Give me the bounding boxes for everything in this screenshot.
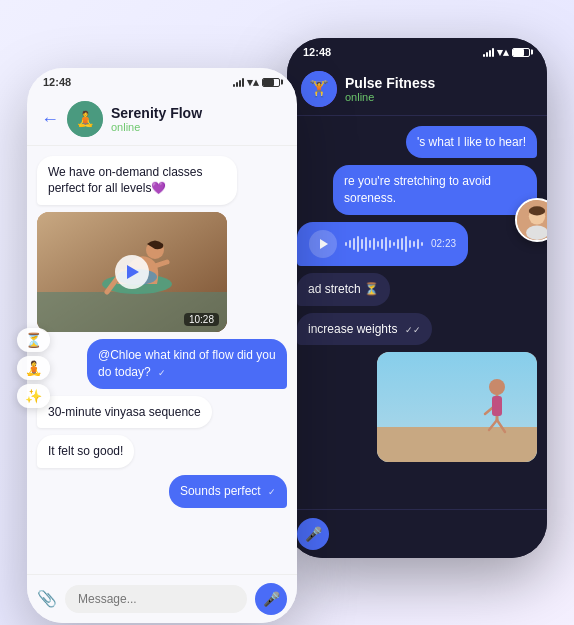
emoji-hourglass: ⏳ [17, 328, 50, 352]
attach-icon[interactable]: 📎 [37, 589, 57, 608]
svg-rect-17 [37, 292, 227, 332]
message-input[interactable] [65, 585, 247, 613]
chat-input-bar-back: 🎤 [287, 509, 547, 558]
tick-back-5: ✓✓ [405, 325, 421, 335]
emoji-sparkles: ✨ [17, 384, 50, 408]
msg-front-6: Sounds perfect ✓ [169, 475, 287, 508]
svg-rect-3 [377, 427, 537, 462]
header-info-front: Serenity Flow online [111, 105, 283, 133]
tick-front-6: ✓ [268, 487, 276, 497]
msg-front-5: It felt so good! [37, 435, 134, 468]
avatar-front: 🧘 [67, 101, 103, 137]
signal-icon-front [233, 77, 244, 87]
status-bar-back: 12:48 ▾▴ [287, 38, 547, 63]
chat-body-front: We have on-demand classes perfect for al… [27, 146, 297, 574]
avatar-back: 🏋 [301, 71, 337, 107]
audio-play-btn[interactable] [309, 230, 337, 258]
mic-btn-front[interactable]: 🎤 [255, 583, 287, 615]
msg-back-2: re you're stretching to avoid soreness. [333, 165, 537, 215]
status-icons-front: ▾▴ [233, 76, 281, 89]
battery-icon-front [262, 78, 281, 87]
svg-point-12 [529, 206, 545, 215]
msg-back-4: ad stretch ⏳ [297, 273, 390, 306]
floating-emojis: ⏳ 🧘 ✨ [17, 328, 50, 408]
msg-front-3: @Chloe what kind of flow did you do toda… [87, 339, 287, 389]
msg-front-1: We have on-demand classes perfect for al… [37, 156, 237, 206]
chat-header-back: 🏋 Pulse Fitness online [287, 63, 547, 116]
wifi-icon-front: ▾▴ [247, 76, 259, 89]
time-back: 12:48 [303, 46, 331, 58]
header-info-back: Pulse Fitness online [345, 75, 533, 103]
battery-icon-back [512, 48, 531, 57]
chat-header-front: ← 🧘 Serenity Flow online [27, 93, 297, 146]
video-thumb-front[interactable]: 10:28 [37, 212, 227, 332]
mic-btn-back[interactable]: 🎤 [297, 518, 329, 550]
time-front: 12:48 [43, 76, 71, 88]
back-button[interactable]: ← [41, 110, 59, 128]
play-button[interactable] [115, 255, 149, 289]
emoji-yoga: 🧘 [17, 356, 50, 380]
msg-front-4: 30-minute vinyasa sequence [37, 396, 212, 429]
phone-front: 12:48 ▾▴ ← 🧘 [27, 68, 297, 623]
svg-point-13 [526, 225, 547, 240]
msg-back-1: 's what I like to hear! [406, 126, 537, 159]
svg-text:🧘: 🧘 [76, 110, 95, 128]
chat-input-bar-front: 📎 🎤 [27, 574, 297, 623]
img-thumb-back [377, 352, 537, 462]
header-status-back: online [345, 91, 533, 103]
signal-icon-back [483, 47, 494, 57]
phones-container: 12:48 ▾▴ 🏋 [27, 18, 547, 608]
svg-rect-9 [492, 396, 502, 416]
wifi-icon-back: ▾▴ [497, 46, 509, 59]
header-name-front: Serenity Flow [111, 105, 283, 121]
status-bar-front: 12:48 ▾▴ [27, 68, 297, 93]
chat-body-back: 's what I like to hear! re you're stretc… [287, 116, 547, 509]
tick-front-3: ✓ [158, 368, 166, 378]
audio-bubble-back[interactable]: 02:23 [297, 222, 468, 266]
status-icons-back: ▾▴ [483, 46, 531, 59]
phone-back: 12:48 ▾▴ 🏋 [287, 38, 547, 558]
header-name-back: Pulse Fitness [345, 75, 533, 91]
msg-back-5: increase weights ✓✓ [297, 313, 432, 346]
header-status-front: online [111, 121, 283, 133]
svg-text:🏋: 🏋 [309, 79, 329, 98]
video-duration: 10:28 [184, 313, 219, 326]
audio-duration: 02:23 [431, 238, 456, 249]
waveform [345, 236, 423, 252]
svg-point-4 [489, 379, 505, 395]
